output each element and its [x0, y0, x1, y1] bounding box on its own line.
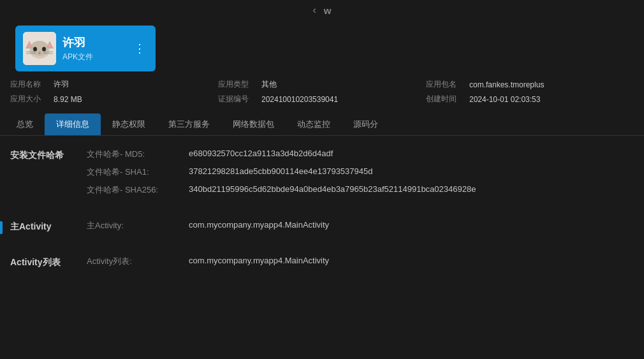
detail-value-main-activity: com.mycompany.myapp4.MainActivity	[189, 220, 329, 230]
detail-value-sha256: 340bd21195996c5d62bbde94a0bed4eb3a7965b2…	[189, 184, 476, 194]
app-name: 许羽	[62, 35, 131, 50]
meta-value-cert: 202410010203539041	[261, 95, 338, 104]
detail-row-sha256: 文件哈希- SHA256: 340bd21195996c5d62bbde94a0…	[87, 184, 634, 196]
detail-key-sha256: 文件哈希- SHA256:	[87, 184, 189, 196]
meta-section: 应用名称 许羽 应用类型 其他 应用包名 com.fankes.tmoreplu…	[0, 71, 644, 105]
meta-value-created: 2024-10-01 02:03:53	[469, 95, 540, 104]
meta-value-apptype: 其他	[261, 79, 277, 90]
detail-value-activity-list: com.mycompany.myapp4.MainActivity	[189, 256, 329, 265]
section-title-hash: 安装文件哈希	[10, 149, 87, 202]
back-arrow-icon[interactable]: ‹	[313, 4, 316, 16]
section-title-main-activity: 主Activity	[10, 220, 87, 238]
detail-row-activity-list: Activity列表: com.mycompany.myapp4.MainAct…	[87, 256, 634, 267]
svg-point-8	[42, 47, 46, 52]
tab-permissions[interactable]: 静态权限	[101, 114, 157, 135]
detail-key-main-activity: 主Activity:	[87, 220, 189, 231]
section-file-hash: 安装文件哈希 文件哈希- MD5: e680932570cc12a9113a3d…	[10, 149, 634, 202]
detail-value-md5: e680932570cc12a9113a3d4b2d6d4adf	[189, 149, 333, 158]
section-body-activity-list: Activity列表: com.mycompany.myapp4.MainAct…	[87, 256, 634, 274]
detail-key-activity-list: Activity列表:	[87, 256, 189, 267]
section-main-activity: 主Activity 主Activity: com.mycompany.myapp…	[10, 220, 634, 238]
section-activity-list: Activity列表 Activity列表: com.mycompany.mya…	[10, 256, 634, 274]
detail-row-md5: 文件哈希- MD5: e680932570cc12a9113a3d4b2d6d4…	[87, 149, 634, 160]
tab-overview[interactable]: 总览	[5, 114, 45, 135]
detail-row-sha1: 文件哈希- SHA1: 37821298281ade5cbb900114ee4e…	[87, 166, 634, 178]
avatar	[23, 32, 56, 65]
content-area: 安装文件哈希 文件哈希- MD5: e680932570cc12a9113a3d…	[0, 136, 644, 304]
meta-app-type: 应用类型 其他	[218, 79, 426, 90]
meta-row-1: 应用名称 许羽 应用类型 其他 应用包名 com.fankes.tmoreplu…	[10, 79, 634, 90]
meta-app-name: 应用名称 许羽	[10, 79, 218, 90]
app-info: 许羽 APK文件	[62, 35, 131, 62]
section-title-activity-list: Activity列表	[10, 256, 87, 274]
meta-package: 应用包名 com.fankes.tmoreplus	[426, 79, 634, 90]
meta-size: 应用大小 8.92 MB	[10, 94, 218, 105]
detail-key-sha1: 文件哈希- SHA1:	[87, 166, 189, 178]
tab-details[interactable]: 详细信息	[45, 114, 101, 135]
meta-row-2: 应用大小 8.92 MB 证据编号 202410010203539041 创建时…	[10, 94, 634, 105]
meta-label-apptype: 应用类型	[218, 79, 256, 90]
meta-label-cert: 证据编号	[218, 94, 256, 105]
meta-value-appname: 许羽	[54, 79, 69, 90]
meta-value-size: 8.92 MB	[54, 95, 82, 104]
section-marker	[0, 221, 3, 234]
meta-value-package: com.fankes.tmoreplus	[469, 80, 544, 89]
svg-point-7	[33, 47, 37, 52]
tab-dynamic[interactable]: 动态监控	[286, 114, 342, 135]
app-header-card: 许羽 APK文件 ⋮	[15, 26, 156, 71]
app-logo-icon: w	[324, 5, 332, 16]
section-body-hash: 文件哈希- MD5: e680932570cc12a9113a3d4b2d6d4…	[87, 149, 634, 202]
app-type: APK文件	[62, 52, 131, 62]
meta-label-appname: 应用名称	[10, 79, 48, 90]
meta-created: 创建时间 2024-10-01 02:03:53	[426, 94, 634, 105]
detail-key-md5: 文件哈希- MD5:	[87, 149, 189, 160]
tabs-bar: 总览 详细信息 静态权限 第三方服务 网络数据包 动态监控 源码分	[0, 114, 644, 136]
meta-label-size: 应用大小	[10, 94, 48, 105]
meta-label-created: 创建时间	[426, 94, 464, 105]
meta-label-package: 应用包名	[426, 79, 464, 90]
meta-cert: 证据编号 202410010203539041	[218, 94, 426, 105]
app-menu-button[interactable]: ⋮	[131, 39, 148, 58]
top-bar: ‹ w	[0, 0, 644, 20]
tab-third-party[interactable]: 第三方服务	[157, 114, 221, 135]
tab-network[interactable]: 网络数据包	[221, 114, 286, 135]
tab-source[interactable]: 源码分	[342, 114, 390, 135]
detail-row-main-activity: 主Activity: com.mycompany.myapp4.MainActi…	[87, 220, 634, 231]
detail-value-sha1: 37821298281ade5cbb900114ee4e13793537945d	[189, 166, 372, 176]
section-body-main-activity: 主Activity: com.mycompany.myapp4.MainActi…	[87, 220, 634, 238]
